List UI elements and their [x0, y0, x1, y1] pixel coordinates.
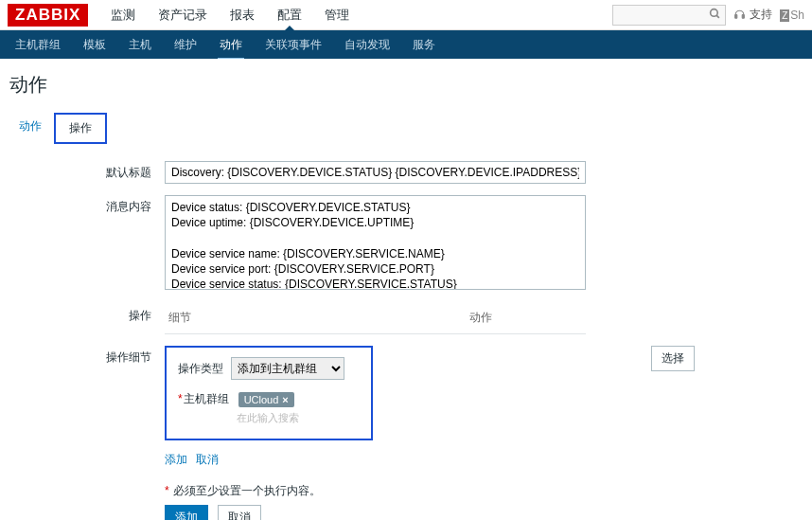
default-message-textarea[interactable] [165, 195, 586, 290]
subnav-templates[interactable]: 模板 [72, 30, 117, 59]
svg-rect-2 [735, 15, 737, 19]
share-link[interactable]: ZSh [780, 9, 804, 22]
operations-label: 操作 [9, 304, 151, 324]
form: 默认标题 消息内容 操作 细节 动作 操作细节 操作类型 添加到主机群组 *主机… [0, 144, 812, 520]
sub-nav: 主机群组 模板 主机 维护 动作 关联项事件 自动发现 服务 [0, 30, 812, 59]
svg-rect-3 [742, 15, 744, 19]
subnav-correlation[interactable]: 关联项事件 [254, 30, 333, 59]
operation-type-label: 操作类型 [178, 361, 223, 377]
select-button[interactable]: 选择 [651, 346, 695, 371]
submit-cancel-button[interactable]: 取消 [218, 505, 261, 520]
svg-point-0 [711, 9, 718, 16]
main-nav: 监测 资产记录 报表 配置 管理 [99, 0, 361, 30]
support-link[interactable]: 支持 [733, 7, 772, 23]
operation-type-select[interactable]: 添加到主机群组 [231, 357, 344, 380]
svg-line-1 [716, 15, 719, 18]
headset-icon [733, 9, 746, 21]
operation-detail-box: 操作类型 添加到主机群组 *主机群组 UCloud× 在此输入搜索 [165, 346, 373, 440]
host-group-search-placeholder[interactable]: 在此输入搜索 [237, 411, 360, 425]
tab-action[interactable]: 动作 [6, 113, 55, 144]
main-nav-reports[interactable]: 报表 [219, 0, 266, 30]
main-nav-administration[interactable]: 管理 [313, 0, 361, 30]
share-icon: Z [780, 9, 789, 22]
operation-detail-label: 操作细节 [9, 346, 151, 366]
main-nav-inventory[interactable]: 资产记录 [147, 0, 219, 30]
page-title: 动作 [0, 59, 812, 113]
operation-add-link[interactable]: 添加 [165, 453, 187, 466]
required-hint: *必须至少设置一个执行内容。 [165, 483, 803, 499]
default-message-label: 消息内容 [9, 195, 151, 215]
logo[interactable]: ZABBIX [8, 4, 88, 27]
search-icon[interactable] [709, 8, 721, 23]
default-subject-label: 默认标题 [9, 161, 151, 181]
chip-remove-icon[interactable]: × [282, 394, 288, 405]
header-right: 支持 ZSh [612, 5, 804, 26]
main-nav-configuration[interactable]: 配置 [266, 0, 313, 30]
subnav-hostgroups[interactable]: 主机群组 [4, 30, 72, 59]
operations-header-action: 动作 [376, 304, 587, 333]
operations-header-detail: 细节 [165, 304, 376, 333]
tabs: 动作 操作 [0, 113, 812, 144]
subnav-hosts[interactable]: 主机 [117, 30, 163, 59]
main-nav-monitoring[interactable]: 监测 [99, 0, 147, 30]
subnav-services[interactable]: 服务 [401, 30, 447, 59]
support-label: 支持 [750, 7, 772, 23]
tab-operations[interactable]: 操作 [54, 113, 107, 144]
top-header: ZABBIX 监测 资产记录 报表 配置 管理 支持 ZSh [0, 0, 812, 30]
host-group-chip[interactable]: UCloud× [238, 392, 294, 407]
default-subject-input[interactable] [165, 161, 586, 184]
host-group-label: *主机群组 [178, 391, 229, 407]
submit-add-button[interactable]: 添加 [165, 505, 208, 520]
operation-cancel-link[interactable]: 取消 [196, 453, 219, 466]
subnav-actions[interactable]: 动作 [208, 30, 254, 59]
global-search [612, 5, 726, 26]
operations-table-header: 细节 动作 [165, 304, 586, 334]
subnav-discovery[interactable]: 自动发现 [333, 30, 401, 59]
share-label: Sh [790, 9, 804, 22]
subnav-maintenance[interactable]: 维护 [163, 30, 208, 59]
